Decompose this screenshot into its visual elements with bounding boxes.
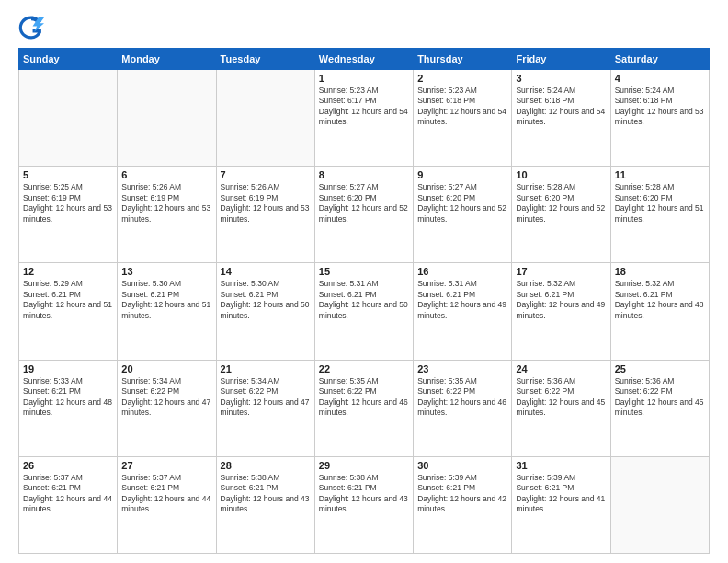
- cell-info: Sunrise: 5:36 AMSunset: 6:22 PMDaylight:…: [615, 376, 705, 419]
- cell-info: Sunrise: 5:35 AMSunset: 6:22 PMDaylight:…: [319, 376, 409, 419]
- calendar-header-sunday: Sunday: [19, 49, 118, 70]
- cell-info: Sunrise: 5:28 AMSunset: 6:20 PMDaylight:…: [516, 182, 606, 224]
- cell-info: Sunrise: 5:30 AMSunset: 6:21 PMDaylight:…: [221, 279, 311, 321]
- day-number: 26: [23, 460, 113, 471]
- calendar-cell: 10Sunrise: 5:28 AMSunset: 6:20 PMDayligh…: [512, 167, 610, 263]
- day-number: 13: [121, 266, 211, 277]
- day-number: 5: [23, 169, 113, 180]
- calendar-cell: [610, 456, 709, 553]
- calendar-cell: 20Sunrise: 5:34 AMSunset: 6:22 PMDayligh…: [118, 360, 216, 456]
- cell-info: Sunrise: 5:33 AMSunset: 6:21 PMDaylight:…: [23, 376, 113, 419]
- calendar-header-wednesday: Wednesday: [314, 49, 413, 70]
- calendar-cell: 25Sunrise: 5:36 AMSunset: 6:22 PMDayligh…: [610, 360, 709, 456]
- day-number: 19: [23, 363, 113, 374]
- day-number: 24: [516, 363, 606, 374]
- calendar-cell: 14Sunrise: 5:30 AMSunset: 6:21 PMDayligh…: [216, 263, 314, 360]
- day-number: 31: [516, 460, 606, 471]
- day-number: 21: [221, 363, 311, 374]
- day-number: 3: [516, 73, 606, 84]
- cell-info: Sunrise: 5:26 AMSunset: 6:19 PMDaylight:…: [221, 182, 311, 224]
- day-number: 27: [121, 460, 211, 471]
- day-number: 18: [615, 266, 705, 277]
- cell-info: Sunrise: 5:25 AMSunset: 6:19 PMDaylight:…: [23, 182, 113, 224]
- day-number: 25: [615, 363, 705, 374]
- cell-info: Sunrise: 5:29 AMSunset: 6:21 PMDaylight:…: [23, 279, 113, 321]
- calendar-cell: 27Sunrise: 5:37 AMSunset: 6:21 PMDayligh…: [118, 456, 216, 553]
- day-number: 20: [121, 363, 211, 374]
- day-number: 1: [319, 73, 409, 84]
- calendar-cell: 30Sunrise: 5:39 AMSunset: 6:21 PMDayligh…: [414, 456, 512, 553]
- cell-info: Sunrise: 5:37 AMSunset: 6:21 PMDaylight:…: [23, 473, 113, 515]
- calendar-cell: 29Sunrise: 5:38 AMSunset: 6:21 PMDayligh…: [314, 456, 413, 553]
- cell-info: Sunrise: 5:32 AMSunset: 6:21 PMDaylight:…: [516, 279, 606, 321]
- calendar-cell: [216, 70, 314, 167]
- cell-info: Sunrise: 5:36 AMSunset: 6:22 PMDaylight:…: [516, 376, 606, 419]
- calendar-header-saturday: Saturday: [610, 49, 709, 70]
- cell-info: Sunrise: 5:37 AMSunset: 6:21 PMDaylight:…: [121, 473, 211, 515]
- calendar-cell: 2Sunrise: 5:23 AMSunset: 6:18 PMDaylight…: [414, 70, 512, 167]
- calendar-cell: 23Sunrise: 5:35 AMSunset: 6:22 PMDayligh…: [414, 360, 512, 456]
- header: [18, 15, 710, 40]
- page: SundayMondayTuesdayWednesdayThursdayFrid…: [0, 0, 728, 563]
- calendar-cell: 31Sunrise: 5:39 AMSunset: 6:21 PMDayligh…: [512, 456, 610, 553]
- day-number: 15: [319, 266, 409, 277]
- day-number: 17: [516, 266, 606, 277]
- calendar-cell: 1Sunrise: 5:23 AMSunset: 6:17 PMDaylight…: [314, 70, 413, 167]
- calendar-cell: 28Sunrise: 5:38 AMSunset: 6:21 PMDayligh…: [216, 456, 314, 553]
- cell-info: Sunrise: 5:39 AMSunset: 6:21 PMDaylight:…: [417, 473, 507, 515]
- day-number: 16: [417, 266, 507, 277]
- calendar-header-row: SundayMondayTuesdayWednesdayThursdayFrid…: [19, 49, 710, 70]
- day-number: 14: [221, 266, 311, 277]
- calendar-cell: 8Sunrise: 5:27 AMSunset: 6:20 PMDaylight…: [314, 167, 413, 263]
- cell-info: Sunrise: 5:27 AMSunset: 6:20 PMDaylight:…: [319, 182, 409, 224]
- calendar-cell: 11Sunrise: 5:28 AMSunset: 6:20 PMDayligh…: [610, 167, 709, 263]
- calendar-row-2: 12Sunrise: 5:29 AMSunset: 6:21 PMDayligh…: [19, 263, 710, 360]
- calendar-cell: 21Sunrise: 5:34 AMSunset: 6:22 PMDayligh…: [216, 360, 314, 456]
- calendar-header-thursday: Thursday: [414, 49, 512, 70]
- cell-info: Sunrise: 5:31 AMSunset: 6:21 PMDaylight:…: [319, 279, 409, 321]
- cell-info: Sunrise: 5:30 AMSunset: 6:21 PMDaylight:…: [121, 279, 211, 321]
- calendar-cell: 15Sunrise: 5:31 AMSunset: 6:21 PMDayligh…: [314, 263, 413, 360]
- calendar-cell: 6Sunrise: 5:26 AMSunset: 6:19 PMDaylight…: [118, 167, 216, 263]
- day-number: 28: [221, 460, 311, 471]
- cell-info: Sunrise: 5:24 AMSunset: 6:18 PMDaylight:…: [615, 86, 705, 128]
- cell-info: Sunrise: 5:34 AMSunset: 6:22 PMDaylight:…: [121, 376, 211, 419]
- day-number: 4: [615, 73, 705, 84]
- calendar-cell: 4Sunrise: 5:24 AMSunset: 6:18 PMDaylight…: [610, 70, 709, 167]
- day-number: 6: [121, 169, 211, 180]
- calendar-header-tuesday: Tuesday: [216, 49, 314, 70]
- calendar-cell: [19, 70, 118, 167]
- cell-info: Sunrise: 5:34 AMSunset: 6:22 PMDaylight:…: [221, 376, 311, 419]
- calendar-header-friday: Friday: [512, 49, 610, 70]
- cell-info: Sunrise: 5:23 AMSunset: 6:18 PMDaylight:…: [417, 86, 507, 128]
- calendar-row-0: 1Sunrise: 5:23 AMSunset: 6:17 PMDaylight…: [19, 70, 710, 167]
- cell-info: Sunrise: 5:24 AMSunset: 6:18 PMDaylight:…: [516, 86, 606, 128]
- calendar-cell: 18Sunrise: 5:32 AMSunset: 6:21 PMDayligh…: [610, 263, 709, 360]
- calendar-row-3: 19Sunrise: 5:33 AMSunset: 6:21 PMDayligh…: [19, 360, 710, 456]
- day-number: 7: [221, 169, 311, 180]
- cell-info: Sunrise: 5:39 AMSunset: 6:21 PMDaylight:…: [516, 473, 606, 515]
- calendar-cell: 17Sunrise: 5:32 AMSunset: 6:21 PMDayligh…: [512, 263, 610, 360]
- day-number: 23: [417, 363, 507, 374]
- calendar-cell: 16Sunrise: 5:31 AMSunset: 6:21 PMDayligh…: [414, 263, 512, 360]
- cell-info: Sunrise: 5:32 AMSunset: 6:21 PMDaylight:…: [615, 279, 705, 321]
- day-number: 8: [319, 169, 409, 180]
- day-number: 30: [417, 460, 507, 471]
- calendar-cell: 12Sunrise: 5:29 AMSunset: 6:21 PMDayligh…: [19, 263, 118, 360]
- day-number: 2: [417, 73, 507, 84]
- day-number: 22: [319, 363, 409, 374]
- logo: [18, 15, 48, 40]
- calendar-row-1: 5Sunrise: 5:25 AMSunset: 6:19 PMDaylight…: [19, 167, 710, 263]
- logo-icon: [18, 15, 44, 40]
- calendar-cell: 22Sunrise: 5:35 AMSunset: 6:22 PMDayligh…: [314, 360, 413, 456]
- calendar-cell: [118, 70, 216, 167]
- calendar-cell: 19Sunrise: 5:33 AMSunset: 6:21 PMDayligh…: [19, 360, 118, 456]
- day-number: 12: [23, 266, 113, 277]
- cell-info: Sunrise: 5:26 AMSunset: 6:19 PMDaylight:…: [121, 182, 211, 224]
- calendar-cell: 3Sunrise: 5:24 AMSunset: 6:18 PMDaylight…: [512, 70, 610, 167]
- calendar-cell: 9Sunrise: 5:27 AMSunset: 6:20 PMDaylight…: [414, 167, 512, 263]
- calendar-cell: 5Sunrise: 5:25 AMSunset: 6:19 PMDaylight…: [19, 167, 118, 263]
- cell-info: Sunrise: 5:31 AMSunset: 6:21 PMDaylight:…: [417, 279, 507, 321]
- cell-info: Sunrise: 5:27 AMSunset: 6:20 PMDaylight:…: [417, 182, 507, 224]
- day-number: 9: [417, 169, 507, 180]
